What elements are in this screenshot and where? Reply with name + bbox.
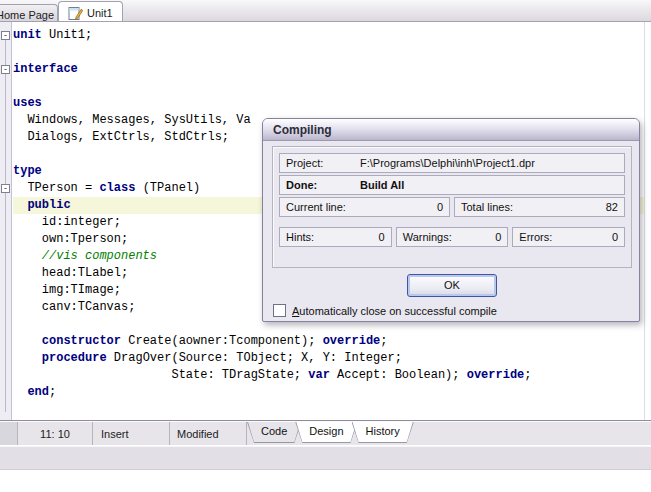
project-path: F:\Programs\Delphi\inh\Project1.dpr: [360, 157, 535, 169]
hints-field: Hints: 0: [279, 227, 392, 247]
project-row: Project: F:\Programs\Delphi\inh\Project1…: [279, 153, 625, 173]
tab-unit1[interactable]: Unit1: [58, 1, 123, 22]
ide-window: Home Page Unit1 --- unit Unit1; interfac…: [0, 0, 651, 492]
compile-status-panel: Project: F:\Programs\Delphi\inh\Project1…: [272, 146, 632, 268]
total-lines-label: Total lines:: [461, 201, 513, 213]
current-line-field: Current line: 0: [279, 197, 450, 217]
code-line[interactable]: end;: [13, 384, 645, 401]
auto-close-label[interactable]: Automatically close on successful compil…: [292, 305, 497, 317]
warnings-value: 0: [495, 231, 501, 243]
current-line-value: 0: [437, 201, 443, 213]
document-tab-bar: Home Page Unit1: [0, 0, 651, 22]
done-value: Build All: [360, 179, 404, 191]
counts-row: Hints: 0 Warnings: 0 Errors: 0: [279, 227, 625, 247]
statusbar: 11: 10 Insert Modified CodeDesignHistory: [0, 422, 651, 445]
insert-mode-indicator: Insert: [93, 422, 170, 445]
code-line[interactable]: State: TDragState; var Accept: Boolean);…: [13, 367, 645, 384]
errors-field: Errors: 0: [512, 227, 625, 247]
auto-close-checkbox[interactable]: [273, 304, 286, 317]
docked-panel-strip: [0, 446, 651, 470]
project-label: Project:: [286, 157, 360, 169]
fold-collapse-icon[interactable]: -: [1, 184, 10, 193]
code-line[interactable]: [13, 44, 645, 61]
insert-mode-value: Insert: [101, 428, 129, 440]
fold-collapse-icon[interactable]: -: [1, 65, 10, 74]
caret-position: 11: 10: [18, 422, 93, 445]
fold-gutter: ---: [0, 22, 12, 420]
code-line[interactable]: uses: [13, 95, 645, 112]
view-tab-label: Design: [295, 422, 357, 443]
total-lines-field: Total lines: 82: [454, 197, 625, 217]
warnings-label: Warnings:: [403, 231, 452, 243]
hints-value: 0: [379, 231, 385, 243]
view-tab-label: Code: [247, 422, 301, 443]
dialog-title-bar[interactable]: Compiling: [263, 119, 639, 141]
tab-unit1-label: Unit1: [87, 7, 113, 19]
view-tab-group: CodeDesignHistory: [253, 422, 414, 443]
view-tab-label: History: [352, 422, 414, 443]
right-margin-line: [644, 22, 645, 420]
unit-edit-icon: [68, 6, 83, 21]
tab-home-page-label: Home Page: [0, 9, 54, 21]
code-line[interactable]: constructor Create(aowner:Tcomponent); o…: [13, 333, 645, 350]
tab-home-page[interactable]: Home Page: [0, 4, 58, 22]
compiling-dialog: Compiling Project: F:\Programs\Delphi\in…: [262, 118, 640, 322]
view-tab-code[interactable]: Code: [247, 422, 301, 443]
ok-button[interactable]: OK: [407, 274, 497, 297]
auto-close-row: Automatically close on successful compil…: [273, 304, 497, 317]
statusbar-grip: [0, 422, 18, 445]
errors-value: 0: [612, 231, 618, 243]
done-label: Done:: [286, 179, 360, 191]
code-line[interactable]: unit Unit1;: [13, 27, 645, 44]
errors-label: Errors:: [519, 231, 552, 243]
hints-label: Hints:: [286, 231, 314, 243]
code-line[interactable]: procedure DragOver(Source: TObject; X, Y…: [13, 350, 645, 367]
view-tab-history[interactable]: History: [352, 422, 414, 443]
lines-row: Current line: 0 Total lines: 82: [279, 197, 625, 217]
warnings-field: Warnings: 0: [396, 227, 509, 247]
code-line[interactable]: interface: [13, 61, 645, 78]
current-line-label: Current line:: [286, 201, 346, 213]
total-lines-value: 82: [606, 201, 618, 213]
dialog-title: Compiling: [273, 123, 332, 137]
code-line[interactable]: [13, 78, 645, 95]
fold-range-line: [5, 32, 6, 412]
caret-position-value: 11: 10: [40, 428, 70, 440]
modified-indicator: Modified: [170, 422, 247, 445]
fold-collapse-icon[interactable]: -: [1, 31, 10, 40]
view-tab-design[interactable]: Design: [295, 422, 357, 443]
modified-value: Modified: [177, 428, 219, 440]
done-row: Done: Build All: [279, 175, 625, 195]
